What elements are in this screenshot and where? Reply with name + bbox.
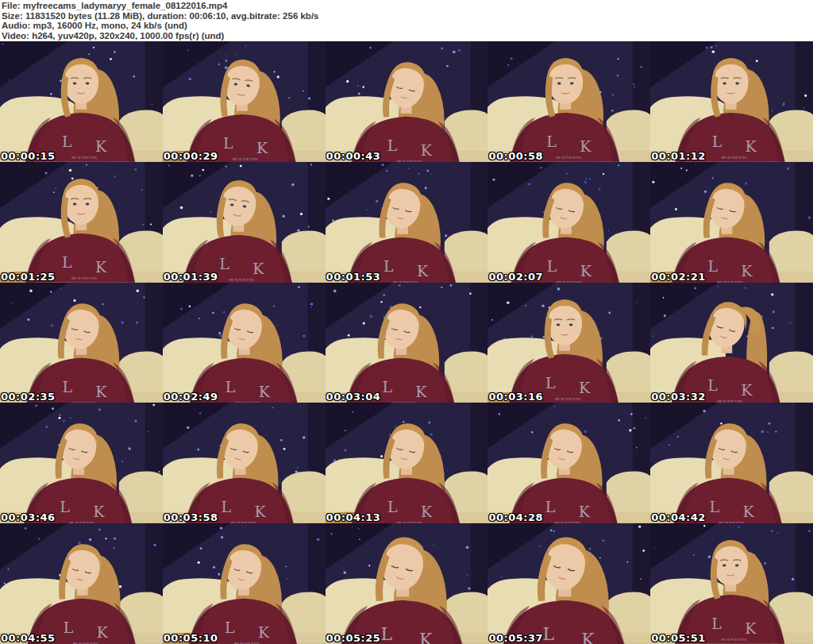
contact-sheet: File: myfreecams_ladymaryy_female_081220… bbox=[0, 0, 813, 644]
svg-text:L: L bbox=[387, 137, 397, 154]
svg-text:K: K bbox=[420, 141, 432, 159]
svg-text:K: K bbox=[95, 382, 107, 399]
svg-text:ME IN THE EYES: ME IN THE EYES bbox=[233, 157, 258, 161]
svg-text:K: K bbox=[746, 137, 757, 155]
svg-text:L: L bbox=[225, 377, 236, 395]
thumbnail-frame: LKME IN THE EYES00:04:42 bbox=[650, 403, 813, 523]
svg-text:K: K bbox=[580, 137, 592, 155]
timestamp-label: 00:01:39 bbox=[164, 271, 218, 283]
timestamp-label: 00:04:55 bbox=[1, 632, 56, 644]
timestamp-label: 00:00:29 bbox=[164, 150, 218, 162]
svg-text:L: L bbox=[547, 257, 557, 275]
thumbnail-frame: LKME IN THE EYES00:05:25 bbox=[326, 523, 488, 644]
timestamp-label: 00:03:32 bbox=[651, 391, 706, 403]
svg-text:L: L bbox=[546, 373, 557, 391]
svg-text:K: K bbox=[579, 378, 591, 395]
thumbnail-frame: LKME IN THE EYES00:03:04 bbox=[326, 283, 488, 403]
svg-text:L: L bbox=[710, 498, 720, 515]
thumbnail-frame: LKME IN THE EYES00:04:55 bbox=[0, 523, 163, 644]
svg-text:L: L bbox=[62, 377, 72, 395]
svg-text:L: L bbox=[547, 133, 557, 150]
svg-text:K: K bbox=[417, 262, 429, 280]
video-info-line: Video: h264, yuv420p, 320x240, 1000.00 f… bbox=[2, 31, 813, 41]
svg-text:L: L bbox=[543, 624, 555, 644]
thumbnail-frame: LKME IN THE EYES00:00:15 bbox=[0, 41, 163, 162]
thumbnail-frame: LKME IN THE EYES00:01:39 bbox=[163, 162, 326, 283]
thumbnail-frame: LKME IN THE EYES00:05:10 bbox=[163, 523, 326, 644]
svg-text:L: L bbox=[62, 133, 72, 150]
audio-info-line: Audio: mp3, 16000 Hz, mono, 24 kb/s (und… bbox=[2, 21, 813, 31]
svg-text:L: L bbox=[225, 619, 235, 636]
timestamp-label: 00:00:58 bbox=[488, 150, 543, 162]
thumbnail-frame: LKME IN THE EYES00:04:28 bbox=[487, 403, 650, 523]
timestamp-label: 00:04:28 bbox=[488, 511, 543, 523]
timestamp-label: 00:00:43 bbox=[326, 150, 381, 162]
timestamp-label: 00:03:16 bbox=[488, 391, 543, 403]
timestamp-label: 00:05:10 bbox=[164, 632, 218, 644]
svg-text:K: K bbox=[419, 630, 433, 644]
timestamp-label: 00:02:49 bbox=[164, 391, 218, 403]
timestamp-label: 00:04:13 bbox=[326, 511, 381, 523]
svg-text:K: K bbox=[742, 262, 753, 280]
svg-text:ME IN THE EYES: ME IN THE EYES bbox=[229, 278, 254, 282]
timestamp-label: 00:04:42 bbox=[651, 511, 706, 523]
timestamp-label: 00:05:25 bbox=[326, 632, 381, 644]
svg-text:L: L bbox=[221, 498, 231, 515]
thumbnail-frame: LKME IN THE EYES00:00:29 bbox=[163, 41, 326, 162]
thumbnail-frame: LKME IN THE EYES00:03:58 bbox=[163, 403, 326, 523]
svg-text:K: K bbox=[259, 382, 271, 399]
svg-text:K: K bbox=[421, 503, 433, 520]
thumbnail-frame: LKME IN THE EYES00:04:13 bbox=[326, 403, 488, 523]
svg-text:L: L bbox=[383, 257, 394, 275]
svg-text:K: K bbox=[745, 619, 757, 637]
file-info-line: File: myfreecams_ladymaryy_female_081220… bbox=[2, 1, 813, 11]
svg-text:K: K bbox=[743, 503, 755, 520]
thumbnail-frame: LKME IN THE EYES00:01:25 bbox=[0, 162, 163, 283]
svg-text:L: L bbox=[62, 253, 72, 271]
thumbnail-frame: LKME IN THE EYES00:01:12 bbox=[650, 41, 813, 162]
svg-text:L: L bbox=[223, 134, 233, 152]
svg-text:K: K bbox=[580, 262, 592, 280]
timestamp-label: 00:02:35 bbox=[1, 391, 56, 403]
timestamp-label: 00:01:12 bbox=[651, 150, 706, 162]
thumbnail-frame: LKME IN THE EYES00:01:53 bbox=[326, 162, 488, 283]
timestamp-label: 00:03:46 bbox=[1, 511, 56, 523]
timestamp-label: 00:03:04 bbox=[326, 391, 381, 403]
svg-text:L: L bbox=[387, 498, 398, 515]
svg-text:K: K bbox=[97, 623, 109, 641]
svg-text:L: L bbox=[708, 257, 719, 275]
svg-text:K: K bbox=[252, 260, 264, 277]
timestamp-label: 00:05:37 bbox=[488, 632, 543, 644]
thumbnail-frame: LKME IN THE EYES00:03:32 bbox=[650, 283, 813, 403]
svg-text:L: L bbox=[382, 377, 392, 395]
svg-text:K: K bbox=[254, 503, 266, 520]
media-info-header: File: myfreecams_ladymaryy_female_081220… bbox=[0, 0, 813, 41]
svg-text:K: K bbox=[415, 382, 427, 399]
svg-text:L: L bbox=[380, 624, 392, 644]
timestamp-label: 00:01:25 bbox=[1, 271, 56, 283]
thumbnail-frame: LKME IN THE EYES00:02:49 bbox=[163, 283, 326, 403]
thumbnail-frame: LKME IN THE EYES00:02:07 bbox=[487, 162, 650, 283]
thumbnail-frame: LKME IN THE EYES00:03:16 bbox=[487, 283, 650, 403]
svg-text:L: L bbox=[545, 498, 556, 515]
thumbnail-frame: LKME IN THE EYES00:00:58 bbox=[487, 41, 650, 162]
svg-text:ME IN THE EYES: ME IN THE EYES bbox=[557, 156, 582, 160]
timestamp-label: 00:02:07 bbox=[488, 271, 543, 283]
svg-text:K: K bbox=[579, 503, 591, 520]
timestamp-label: 00:01:53 bbox=[326, 271, 381, 283]
thumbnail-frame: LKME IN THE EYES00:05:37 bbox=[487, 523, 650, 644]
timestamp-label: 00:00:15 bbox=[1, 150, 56, 162]
svg-text:K: K bbox=[93, 503, 105, 520]
thumbnail-grid: LKME IN THE EYES00:00:15LKME IN THE EYES… bbox=[0, 41, 813, 644]
svg-text:ME IN THE EYES: ME IN THE EYES bbox=[556, 396, 581, 400]
svg-text:ME IN THE EYES: ME IN THE EYES bbox=[71, 156, 97, 160]
svg-text:K: K bbox=[582, 630, 595, 644]
svg-text:ME IN THE EYES: ME IN THE EYES bbox=[721, 638, 746, 642]
svg-text:L: L bbox=[707, 376, 718, 393]
timestamp-label: 00:05:51 bbox=[651, 632, 706, 644]
svg-text:L: L bbox=[64, 619, 74, 636]
svg-text:K: K bbox=[256, 139, 268, 156]
size-info-line: Size: 11831520 bytes (11.28 MiB), durati… bbox=[2, 11, 813, 21]
svg-text:L: L bbox=[60, 498, 70, 515]
svg-text:L: L bbox=[712, 133, 722, 150]
